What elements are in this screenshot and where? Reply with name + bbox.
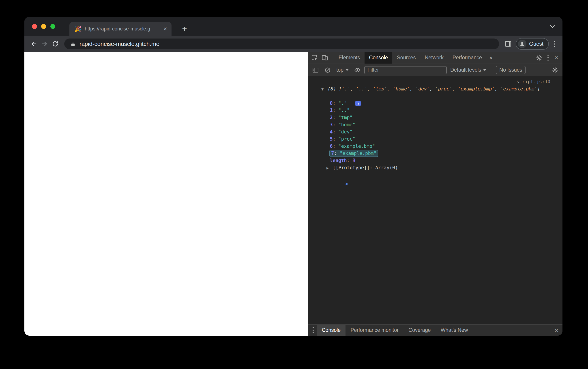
tab-search-chevron-icon[interactable] xyxy=(548,23,556,30)
context-selector[interactable]: top xyxy=(335,67,350,73)
back-button[interactable] xyxy=(29,39,39,49)
separator xyxy=(332,54,332,61)
chevron-down-icon xyxy=(483,69,486,71)
forward-button[interactable] xyxy=(39,39,50,49)
devtools-settings-icon[interactable] xyxy=(534,53,544,63)
array-preview-line: ▼(8) ['.', '..', 'tmp', 'home', 'dev', '… xyxy=(308,85,562,92)
collapse-caret-icon[interactable]: ▼ xyxy=(321,87,324,91)
tab-favicon: 🎉 xyxy=(74,26,81,32)
evaluated-info-line: i xyxy=(308,92,562,100)
new-tab-button[interactable]: + xyxy=(179,23,190,34)
drawer-tab-coverage[interactable]: Coverage xyxy=(404,325,436,336)
browser-toolbar: rapid-concise-muscle.glitch.me Guest xyxy=(24,36,562,52)
log-source-line: script.js:10 xyxy=(308,78,562,85)
traffic-lights xyxy=(32,24,55,29)
browser-menu-icon[interactable] xyxy=(551,39,558,49)
drawer-tab-whats-new[interactable]: What's New xyxy=(436,325,473,336)
drawer-tab-performance-monitor[interactable]: Performance monitor xyxy=(345,325,404,336)
console-settings-icon[interactable] xyxy=(550,65,560,75)
lock-icon[interactable] xyxy=(70,41,76,47)
array-length-row: length: 8 xyxy=(308,157,562,164)
drawer-menu-icon[interactable] xyxy=(309,325,317,335)
live-expression-eye-icon[interactable] xyxy=(352,65,363,75)
browser-tab[interactable]: 🎉 https://rapid-concise-muscle.g × xyxy=(70,22,172,36)
reload-button[interactable] xyxy=(50,39,61,49)
address-bar[interactable]: rapid-concise-muscle.glitch.me xyxy=(64,39,499,49)
console-toolbar: top Default levels No Issues xyxy=(308,64,562,76)
tab-strip: 🎉 https://rapid-concise-muscle.g × + xyxy=(24,17,562,36)
devtools-tab-bar: Elements Console Sources Network Perform… xyxy=(308,52,562,64)
avatar-icon xyxy=(518,40,527,48)
side-panel-icon[interactable] xyxy=(503,39,513,49)
tab-network[interactable]: Network xyxy=(420,52,448,64)
array-item-row: 5: "proc" xyxy=(308,135,562,143)
chevron-down-icon xyxy=(345,69,349,71)
device-toolbar-icon[interactable] xyxy=(320,53,330,63)
profile-name: Guest xyxy=(529,41,543,47)
inspect-element-icon[interactable] xyxy=(309,53,320,63)
devtools-panel: Elements Console Sources Network Perform… xyxy=(308,52,562,336)
tab-sources[interactable]: Sources xyxy=(392,52,420,64)
close-window-button[interactable] xyxy=(32,24,37,29)
source-link[interactable]: script.js:10 xyxy=(516,78,550,85)
tab-console[interactable]: Console xyxy=(365,52,392,64)
array-item-row: 4: "dev" xyxy=(308,128,562,135)
console-output: script.js:10 ▼(8) ['.', '..', 'tmp', 'ho… xyxy=(308,76,562,324)
browser-window: 🎉 https://rapid-concise-muscle.g × + rap… xyxy=(24,17,562,336)
prototype-row: ▶[[Prototype]]: Array(0) xyxy=(308,164,562,171)
zoom-window-button[interactable] xyxy=(50,24,55,29)
separator xyxy=(492,67,492,73)
array-item-row: 2: "tmp" xyxy=(308,114,562,121)
content-area: Elements Console Sources Network Perform… xyxy=(24,52,562,336)
log-levels-selector[interactable]: Default levels xyxy=(448,67,488,73)
devtools-close-icon[interactable]: × xyxy=(552,54,561,61)
drawer-tab-console[interactable]: Console xyxy=(317,325,345,336)
tab-title: https://rapid-concise-muscle.g xyxy=(85,26,159,32)
prompt-chevron-icon: > xyxy=(345,181,348,187)
minimize-window-button[interactable] xyxy=(41,24,46,29)
drawer-close-icon[interactable]: × xyxy=(552,327,561,334)
console-prompt[interactable]: > xyxy=(308,173,562,180)
array-item-row: 1: ".." xyxy=(308,107,562,114)
console-sidebar-icon[interactable] xyxy=(310,65,321,75)
url-text: rapid-concise-muscle.glitch.me xyxy=(80,41,159,48)
tab-elements[interactable]: Elements xyxy=(334,52,365,64)
array-item-row: 3: "home" xyxy=(308,121,562,128)
filter-input[interactable] xyxy=(364,66,447,74)
devtools-drawer: Console Performance monitor Coverage Wha… xyxy=(308,324,562,336)
tab-performance[interactable]: Performance xyxy=(448,52,487,64)
profile-button[interactable]: Guest xyxy=(516,38,549,50)
array-item-row-highlighted: 7: "example.pbm" xyxy=(308,150,562,157)
array-item-row: 0: "." xyxy=(308,100,562,107)
page-viewport[interactable] xyxy=(24,52,308,336)
more-tabs-icon[interactable]: » xyxy=(487,54,495,61)
info-icon[interactable]: i xyxy=(355,101,361,106)
expand-caret-icon[interactable]: ▶ xyxy=(326,166,329,170)
clear-console-icon[interactable] xyxy=(323,65,333,75)
array-item-row: 6: "example.bmp" xyxy=(308,143,562,150)
tab-close-icon[interactable]: × xyxy=(162,26,168,32)
issues-badge[interactable]: No Issues xyxy=(496,66,526,74)
devtools-menu-icon[interactable] xyxy=(544,53,552,62)
